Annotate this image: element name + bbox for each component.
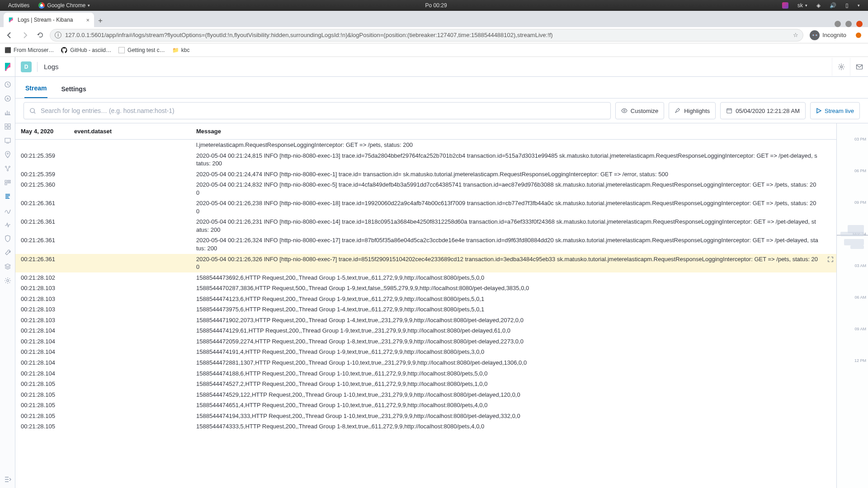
bookmark-item[interactable]: GitHub - asciid… xyxy=(61,47,111,53)
log-message: 1588544474191,4,HTTP Request,200,,Thread… xyxy=(196,348,836,356)
tab-stream[interactable]: Stream xyxy=(24,84,47,98)
log-row[interactable]: l.jmeterelasticapm.RequestResponseLoggin… xyxy=(15,140,836,150)
incognito-indicator[interactable]: 👓 Incognito xyxy=(807,30,849,40)
log-row[interactable]: 00:21:25.3592020-05-04 00:21:24,815 INFO… xyxy=(15,150,836,169)
bookmark-item[interactable]: Getting test c… xyxy=(118,47,165,53)
log-row[interactable]: 00:21:28.1051588544474527,2,HTTP Request… xyxy=(15,379,836,389)
forward-button[interactable] xyxy=(19,29,31,41)
log-row[interactable]: 00:21:26.3612020-05-04 00:21:26,238 INFO… xyxy=(15,198,836,216)
clock[interactable]: Po 00:29 xyxy=(421,2,452,9)
bookmark-folder[interactable]: 📁kbc xyxy=(172,47,190,53)
browser-tab[interactable]: Logs | Stream - Kibana × xyxy=(4,13,94,27)
log-dataset xyxy=(74,305,196,314)
minimap-tick: 06 PM xyxy=(854,169,866,173)
log-row[interactable]: 00:21:28.1031588544473975,6,HTTP Request… xyxy=(15,304,836,315)
log-dataset xyxy=(74,338,196,346)
sidebar-apm-icon[interactable] xyxy=(4,206,12,215)
minimize-button[interactable] xyxy=(835,21,841,27)
log-row[interactable]: 00:21:28.1031588544470287,3836,HTTP Requ… xyxy=(15,283,836,294)
log-rows[interactable]: l.jmeterelasticapm.RequestResponseLoggin… xyxy=(15,140,836,488)
log-row[interactable]: 00:21:28.1041588544474129,61,HTTP Reques… xyxy=(15,325,836,336)
close-window-button[interactable] xyxy=(856,21,863,27)
log-row[interactable]: 00:21:28.1051588544474333,5,HTTP Request… xyxy=(15,421,836,432)
maximize-button[interactable] xyxy=(845,21,852,27)
sidebar-logs-icon[interactable] xyxy=(4,192,12,201)
bookmark-icon xyxy=(118,47,125,53)
chrome-icon xyxy=(38,2,45,9)
column-message[interactable]: Message xyxy=(196,128,836,135)
log-row[interactable]: 00:21:28.1041588544474191,4,HTTP Request… xyxy=(15,347,836,357)
sidebar-expand-icon[interactable] xyxy=(4,475,12,483)
stream-live-button[interactable]: Stream live xyxy=(810,102,860,119)
play-icon xyxy=(816,108,821,113)
bookmark-star-icon[interactable]: ☆ xyxy=(793,32,798,38)
volume-icon[interactable]: 🔊 xyxy=(825,2,841,9)
kibana-logo[interactable] xyxy=(0,57,15,77)
sidebar-devtools-icon[interactable] xyxy=(4,249,12,257)
sidebar-dashboard-icon[interactable] xyxy=(4,122,12,131)
log-message: 1588544470287,3836,HTTP Request,500,,Thr… xyxy=(196,284,836,292)
column-date[interactable]: May 4, 2020 xyxy=(15,128,74,135)
activities-menu[interactable]: Activities xyxy=(4,2,34,9)
bookmark-item[interactable]: ⬛From Microser… xyxy=(5,47,54,53)
active-app[interactable]: Google Chrome ▾ xyxy=(34,2,94,9)
address-field[interactable]: i 127.0.0.1:5601/app/infra#/logs/stream?… xyxy=(50,29,803,42)
sidebar-maps-icon[interactable] xyxy=(4,150,12,159)
tray-app-icon[interactable] xyxy=(778,2,793,9)
log-dataset xyxy=(74,401,196,409)
log-row[interactable]: 00:21:25.3602020-05-04 00:21:24,832 INFO… xyxy=(15,179,836,198)
feedback-icon[interactable] xyxy=(850,58,868,76)
battery-icon[interactable]: ▯ xyxy=(841,2,853,9)
sidebar-management-icon[interactable] xyxy=(4,277,12,285)
log-row[interactable]: 00:21:28.1031588544474123,6,HTTP Request… xyxy=(15,294,836,305)
kibana-header: D Logs xyxy=(0,57,868,77)
customize-button[interactable]: Customize xyxy=(615,102,664,119)
log-timestamp: 00:21:26.361 xyxy=(15,255,74,271)
log-row[interactable]: 00:21:25.3592020-05-04 00:21:24,474 INFO… xyxy=(15,169,836,180)
log-row[interactable]: 00:21:28.1051588544474194,333,HTTP Reque… xyxy=(15,411,836,422)
log-row[interactable]: 00:21:26.3612020-05-04 00:21:26,324 INFO… xyxy=(15,235,836,253)
extension-recording-icon[interactable] xyxy=(853,29,864,41)
log-row[interactable]: 00:21:28.1041588544472059,2274,HTTP Requ… xyxy=(15,336,836,347)
log-dataset xyxy=(74,218,196,234)
back-button[interactable] xyxy=(4,29,15,41)
log-minimap[interactable]: 03 PM06 PM09 PMMon 0403 AM06 AM09 AM12 P… xyxy=(836,123,868,488)
sidebar-visualize-icon[interactable] xyxy=(4,108,12,117)
sidebar-metrics-icon[interactable] xyxy=(4,178,12,187)
space-selector[interactable]: D xyxy=(21,61,32,72)
close-tab-icon[interactable]: × xyxy=(86,17,90,23)
lang-indicator[interactable]: sk▾ xyxy=(793,2,812,9)
sidebar-siem-icon[interactable] xyxy=(4,235,12,243)
search-icon xyxy=(29,108,36,114)
svg-point-19 xyxy=(623,110,625,112)
sidebar-ml-icon[interactable] xyxy=(4,164,12,173)
system-menu[interactable]: ▾ xyxy=(853,3,864,8)
site-info-icon[interactable]: i xyxy=(55,32,61,38)
log-row[interactable]: 00:21:28.1021588544473692,6,HTTP Request… xyxy=(15,272,836,283)
network-icon[interactable]: ◈ xyxy=(812,2,825,9)
sidebar-uptime-icon[interactable] xyxy=(4,221,12,229)
sidebar-recent-icon[interactable] xyxy=(4,80,12,89)
search-input[interactable]: Search for log entries… (e.g. host.name:… xyxy=(24,102,611,119)
sidebar-canvas-icon[interactable] xyxy=(4,136,12,145)
settings-icon[interactable] xyxy=(832,58,850,76)
reload-button[interactable] xyxy=(34,29,46,41)
expand-icon[interactable] xyxy=(827,256,834,263)
new-tab-button[interactable]: + xyxy=(94,14,107,27)
tab-settings[interactable]: Settings xyxy=(60,85,87,98)
log-row[interactable]: 00:21:28.1031588544471902,2073,HTTP Requ… xyxy=(15,315,836,326)
date-picker[interactable]: 05/04/2020 12:21:28 AM xyxy=(720,102,806,119)
log-row[interactable]: 00:21:26.3612020-05-04 00:21:26,326 INFO… xyxy=(15,254,836,272)
log-row[interactable]: 00:21:28.1051588544474651,4,HTTP Request… xyxy=(15,400,836,411)
sidebar-discover-icon[interactable] xyxy=(4,94,12,103)
highlights-button[interactable]: Highlights xyxy=(669,102,716,119)
log-row[interactable]: 00:21:28.1051588544474529,122,HTTP Reque… xyxy=(15,389,836,400)
log-row[interactable]: 00:21:28.1041588544474188,6,HTTP Request… xyxy=(15,368,836,379)
sidebar-stack-icon[interactable] xyxy=(4,263,12,271)
column-dataset[interactable]: event.dataset xyxy=(74,128,196,135)
log-dataset xyxy=(74,391,196,399)
bookmarks-bar: ⬛From Microser… GitHub - asciid… Getting… xyxy=(0,43,868,57)
log-row[interactable]: 00:21:28.1041588544472881,1307,HTTP Requ… xyxy=(15,357,836,368)
log-dataset xyxy=(74,412,196,420)
log-row[interactable]: 00:21:26.3612020-05-04 00:21:26,231 INFO… xyxy=(15,216,836,235)
